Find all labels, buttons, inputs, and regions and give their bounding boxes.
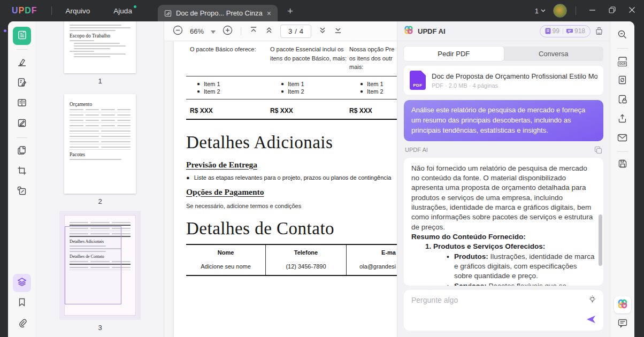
contact-value-email: ola@grandesi — [347, 263, 397, 270]
packages-items-row: ●Item 1 ●Item 2 ●Item 1 ●Item 2 ●Item 1 … — [186, 80, 397, 96]
attachment-panel-button[interactable] — [13, 315, 31, 333]
email-button[interactable] — [614, 130, 631, 147]
zoom-in-button[interactable] — [223, 25, 233, 37]
document-tab[interactable]: Doc de Propo... Preto Cinza × — [158, 5, 278, 21]
clear-chat-button[interactable] — [595, 27, 603, 35]
menu-arquivo[interactable]: Arquivo — [66, 7, 90, 15]
close-button[interactable] — [628, 6, 635, 16]
toolbar-divider — [17, 49, 27, 50]
contact-header-email: E-ma — [347, 249, 397, 256]
chat-quota-icon — [566, 28, 573, 34]
edit-document-icon — [17, 77, 27, 90]
document-tab-icon — [164, 10, 172, 17]
copy-pages-icon — [17, 145, 27, 158]
section-title-contact: Detalhes de Contato — [186, 219, 397, 239]
ai-input-box[interactable] — [404, 290, 603, 331]
thumb-line — [70, 159, 121, 160]
edit-pdf-button[interactable] — [13, 74, 31, 93]
tab-close-icon[interactable]: × — [267, 10, 271, 17]
current-page-value: 3 — [288, 27, 292, 35]
feedback-button[interactable] — [614, 316, 631, 333]
previous-page-button[interactable] — [265, 26, 273, 36]
package-premium-intro: Nossa opção Pre — [349, 45, 397, 54]
thumb-line — [70, 40, 94, 41]
titlebar-divider — [51, 6, 52, 15]
reader-icon — [17, 30, 27, 42]
document-scroll-area[interactable]: O pacote Básico oferece: O pacote Essenc… — [164, 41, 397, 337]
delivery-bullet-text: Liste as etapas relevantes para o projet… — [194, 174, 392, 181]
crop-button[interactable] — [13, 163, 31, 181]
save-button[interactable] — [614, 156, 631, 173]
search-button[interactable] — [614, 27, 631, 44]
logo-letter: D — [25, 6, 32, 16]
updf-ai-button[interactable] — [614, 296, 631, 313]
package-item: Item 2 — [288, 88, 304, 95]
ai-file-card[interactable]: PDF Doc de Proposta de Orçamento Profiss… — [404, 66, 603, 95]
response-scrollbar[interactable] — [599, 215, 602, 266]
avatar[interactable] — [553, 4, 567, 18]
chevron-down-icon — [541, 9, 546, 12]
save-icon — [618, 159, 627, 171]
next-page-button[interactable] — [318, 26, 327, 36]
fill-sign-button[interactable] — [13, 115, 31, 133]
package-basic-intro: O pacote Básico oferece: — [190, 45, 270, 54]
tab-chat[interactable]: Conversa — [504, 47, 604, 61]
share-button[interactable] — [614, 111, 631, 128]
ocr-button[interactable]: OCR — [614, 53, 631, 70]
copy-response-button[interactable] — [594, 146, 602, 154]
file-quota-icon — [545, 28, 551, 34]
bookmark-panel-button[interactable] — [13, 294, 31, 312]
paperclip-icon — [17, 318, 27, 330]
minimize-button[interactable] — [589, 6, 596, 16]
table-rule — [186, 76, 397, 76]
page-thumbnail-1[interactable]: Escopo do Trabalho — [64, 21, 136, 73]
protect-button[interactable] — [614, 91, 631, 109]
page-number-field[interactable]: 3 / 4 — [280, 25, 311, 38]
page-thumbnail-3[interactable]: Detalhes Adicionais Detalhes de Contato — [64, 215, 136, 316]
stamp-button[interactable] — [13, 183, 31, 201]
package-item: Item 1 — [367, 81, 384, 87]
page-thumbnail-2[interactable]: Orçamento Pacotes — [64, 94, 136, 194]
convert-button[interactable] — [614, 72, 631, 89]
viewport-rectangle[interactable] — [65, 226, 121, 304]
ask-input[interactable] — [411, 296, 580, 304]
zoom-out-button[interactable] — [173, 25, 183, 37]
prompt-ideas-button[interactable] — [588, 295, 597, 306]
layers-icon — [17, 277, 27, 289]
last-page-button[interactable] — [334, 26, 342, 36]
zoom-dropdown-button[interactable] — [211, 26, 216, 36]
thumb-line — [70, 27, 131, 28]
ai-file-name: Doc de Proposta de Orçamento Profissiona… — [432, 72, 597, 80]
tab-ask-pdf[interactable]: Pedir PDF — [404, 47, 504, 61]
comment-tool-button[interactable] — [13, 54, 31, 72]
restore-button[interactable] — [609, 6, 616, 16]
stamp-icon — [17, 186, 27, 198]
organize-pages-button[interactable] — [13, 95, 31, 113]
thumb-line — [74, 43, 120, 44]
logo-letter: P — [19, 6, 25, 16]
lightbulb-icon — [588, 295, 597, 304]
page-copy-button[interactable] — [13, 142, 31, 160]
thumbnail-panel-button[interactable] — [13, 274, 31, 292]
highlighter-icon — [17, 57, 27, 70]
window-count-dropdown[interactable]: 1 — [535, 7, 546, 15]
copy-icon — [594, 146, 602, 154]
viewer-area: 66% 3 / 4 O pacote Básico oferece: — [164, 21, 397, 337]
titlebar: UPDF Arquivo Ajuda Doc de Propo... Preto… — [0, 0, 644, 21]
pdf-page: O pacote Básico oferece: O pacote Essenc… — [174, 41, 397, 337]
page-number-3: 3 — [36, 324, 164, 332]
menu-ajuda[interactable]: Ajuda — [113, 7, 132, 15]
thumb-line — [74, 56, 110, 57]
contact-header-name: Nome — [186, 249, 265, 256]
new-tab-button[interactable]: + — [287, 6, 293, 16]
reader-mode-button[interactable] — [13, 27, 31, 45]
package-premium-intro: mais: — [349, 63, 397, 72]
send-button[interactable] — [586, 315, 597, 326]
toolbar-divider — [617, 48, 628, 49]
first-page-button[interactable] — [249, 26, 258, 36]
updf-ai-clover-icon — [617, 298, 628, 311]
titlebar-divider — [576, 6, 576, 15]
ai-quota-badge[interactable]: 99 918 — [540, 25, 591, 37]
organize-pages-icon — [17, 97, 27, 110]
bookmark-icon — [17, 297, 27, 309]
